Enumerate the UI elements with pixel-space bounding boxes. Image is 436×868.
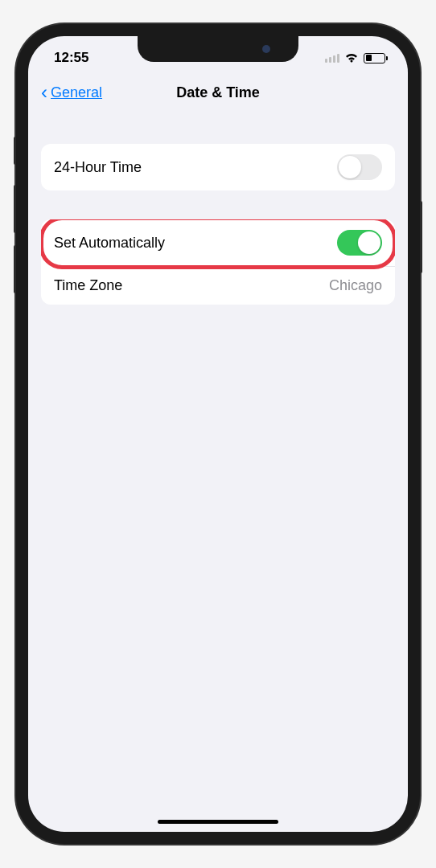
row-label: 24-Hour Time [54, 159, 142, 176]
home-indicator[interactable] [158, 820, 278, 824]
row-set-automatically[interactable]: Set Automatically [41, 219, 395, 266]
phone-frame: 12:55 ‹ General [16, 24, 420, 844]
power-button [420, 201, 422, 273]
toggle-knob [358, 231, 380, 254]
back-button[interactable]: ‹ General [41, 83, 102, 102]
chevron-left-icon: ‹ [41, 83, 47, 102]
toggle-24-hour-time[interactable] [337, 154, 382, 180]
mute-switch [14, 137, 16, 165]
toggle-knob [339, 156, 361, 178]
row-time-zone[interactable]: Time Zone Chicago [41, 266, 395, 305]
settings-content: 24-Hour Time Set Automatically Time Zone [28, 115, 408, 305]
row-label: Time Zone [54, 277, 122, 294]
settings-section-time-format: 24-Hour Time [41, 144, 395, 190]
volume-down-button [14, 245, 16, 293]
row-value: Chicago [329, 277, 382, 294]
battery-icon [364, 53, 385, 63]
volume-up-button [14, 185, 16, 233]
back-label: General [51, 84, 102, 101]
row-24-hour-time[interactable]: 24-Hour Time [41, 144, 395, 190]
toggle-set-automatically[interactable] [337, 230, 382, 256]
status-icons [325, 53, 385, 63]
front-camera [262, 45, 270, 53]
settings-section-automatic: Set Automatically Time Zone Chicago [41, 219, 395, 305]
notch [138, 36, 298, 62]
cellular-signal-icon [325, 54, 339, 63]
row-label: Set Automatically [54, 235, 165, 252]
phone-screen: 12:55 ‹ General [28, 36, 408, 832]
page-title: Date & Time [176, 84, 260, 101]
wifi-icon [344, 53, 359, 63]
navigation-bar: ‹ General Date & Time [28, 75, 408, 115]
status-time: 12:55 [54, 50, 88, 66]
